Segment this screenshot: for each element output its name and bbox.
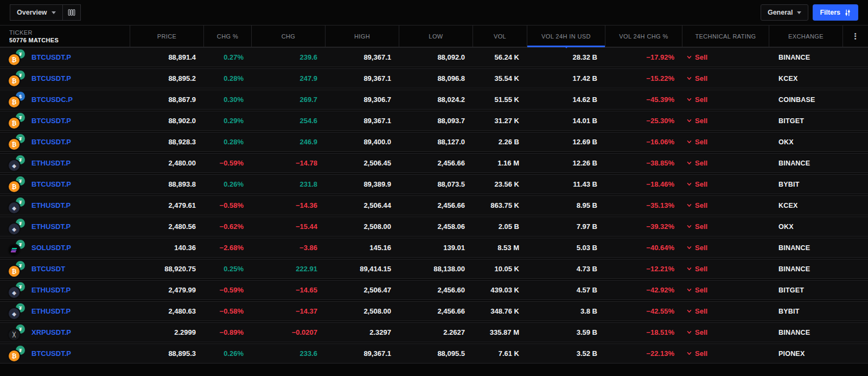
exchange-cell: BINANCE: [769, 329, 843, 336]
column-header-exchange[interactable]: EXCHANGE: [769, 26, 843, 47]
ticker-link[interactable]: ETHUSDT.P: [31, 307, 71, 315]
coin-pair-icon: [9, 113, 25, 129]
column-header-price[interactable]: PRICE: [130, 26, 204, 47]
ticker-link[interactable]: BTCUSDT.P: [31, 53, 71, 61]
chg-pct-cell: 0.30%: [204, 95, 252, 104]
ticker-cell: BTCUSDC.P: [0, 92, 130, 107]
column-menu-cell[interactable]: ⋮: [843, 26, 868, 47]
table-row[interactable]: SOLUSDT.P 140.36 −2.68% −3.86 145.16 139…: [0, 238, 868, 258]
table-row[interactable]: BTCUSDT.P 88,895.2 0.28% 247.9 89,367.1 …: [0, 68, 868, 88]
table-row[interactable]: ETHUSDT.P 2,480.56 −0.62% −15.44 2,508.0…: [0, 216, 868, 237]
ticker-link[interactable]: BTCUSDC.P: [31, 95, 73, 104]
table-row[interactable]: ETHUSDT.P 2,480.63 −0.58% −14.37 2,508.0…: [0, 301, 868, 321]
rating-label: Sell: [695, 159, 707, 167]
price-cell: 140.36: [130, 244, 204, 252]
chg-pct-cell: 0.25%: [204, 265, 252, 273]
chg-cell: −14.65: [252, 286, 326, 294]
ticker-cell: ETHUSDT.P: [0, 303, 130, 319]
coin-pair-icon: [9, 176, 25, 192]
overview-dropdown[interactable]: Overview: [10, 4, 63, 21]
ticker-cell: BTCUSDT: [0, 261, 130, 277]
table-row[interactable]: BTCUSDT.P 88,891.4 0.27% 239.6 89,367.1 …: [0, 47, 868, 67]
table-row[interactable]: BTCUSDC.P 88,867.9 0.30% 269.7 89,306.7 …: [0, 90, 868, 110]
sell-chevron-down-icon: [686, 266, 692, 272]
ticker-cell: BTCUSDT.P: [0, 176, 130, 192]
price-cell: 2,479.99: [130, 286, 204, 294]
ticker-link[interactable]: BTCUSDT: [31, 265, 65, 273]
technical-rating-cell: Sell: [682, 117, 769, 125]
columns-layout-button[interactable]: [62, 4, 81, 21]
vol-24h-chg-cell: −38.85%: [605, 159, 682, 167]
rating-label: Sell: [695, 265, 707, 273]
table-row[interactable]: BTCUSDT.P 88,928.3 0.28% 246.9 89,400.0 …: [0, 132, 868, 152]
rating-label: Sell: [695, 244, 707, 252]
ticker-link[interactable]: BTCUSDT.P: [31, 74, 71, 82]
column-header-vol-24h-chg-[interactable]: VOL 24H CHG %: [605, 26, 682, 47]
chg-pct-cell: 0.27%: [204, 53, 252, 61]
column-header-vol-24h-in-usd[interactable]: VOL 24H IN USD: [527, 26, 605, 47]
table-row[interactable]: BTCUSDT.P 88,893.8 0.26% 231.8 89,389.9 …: [0, 174, 868, 194]
chg-pct-cell: −0.58%: [204, 201, 252, 209]
ticker-link[interactable]: BTCUSDT.P: [31, 138, 71, 146]
ticker-link[interactable]: BTCUSDT.P: [31, 117, 71, 125]
chg-pct-cell: 0.28%: [204, 74, 252, 82]
filter-sliders-icon: [844, 9, 851, 16]
general-dropdown[interactable]: General: [761, 4, 809, 21]
ticker-link[interactable]: BTCUSDT.P: [31, 180, 71, 188]
ticker-link[interactable]: ETHUSDT.P: [31, 159, 71, 167]
sell-chevron-down-icon: [686, 202, 692, 208]
base-coin-icon: [9, 266, 20, 277]
technical-rating-cell: Sell: [682, 138, 769, 146]
high-cell: 2,508.00: [326, 222, 399, 231]
low-cell: 2,456.60: [399, 286, 473, 294]
price-cell: 88,902.0: [130, 117, 204, 125]
sell-chevron-down-icon: [686, 54, 692, 60]
rating-label: Sell: [695, 74, 707, 82]
column-header-chg-[interactable]: CHG %: [204, 26, 252, 47]
table-row[interactable]: ETHUSDT.P 2,479.61 −0.58% −14.36 2,506.4…: [0, 195, 868, 215]
chg-pct-cell: 0.29%: [204, 117, 252, 125]
column-header-vol[interactable]: VOL: [473, 26, 527, 47]
ticker-link[interactable]: SOLUSDT.P: [31, 244, 71, 252]
high-cell: 2,508.00: [326, 307, 399, 315]
high-cell: 2,506.44: [326, 201, 399, 209]
rating-label: Sell: [695, 138, 707, 146]
exchange-cell: KCEX: [769, 202, 843, 209]
vol-cell: 23.56 K: [473, 180, 527, 188]
ticker-cell: SOLUSDT.P: [0, 240, 130, 256]
ticker-link[interactable]: ETHUSDT.P: [31, 201, 71, 209]
rating-label: Sell: [695, 286, 707, 294]
column-header-chg[interactable]: CHG: [252, 26, 326, 47]
ticker-link[interactable]: ETHUSDT.P: [31, 286, 71, 294]
low-cell: 2,456.66: [399, 201, 473, 209]
sell-chevron-down-icon: [686, 350, 692, 356]
table-row[interactable]: BTCUSDT.P 88,902.0 0.29% 254.6 89,367.1 …: [0, 111, 868, 131]
sell-chevron-down-icon: [686, 224, 692, 230]
table-row[interactable]: XRPUSDT.P 2.2999 −0.89% −0.0207 2.3297 2…: [0, 322, 868, 342]
column-header-ticker[interactable]: TICKER 50776 MATCHES: [0, 26, 130, 47]
table-body: BTCUSDT.P 88,891.4 0.27% 239.6 89,367.1 …: [0, 47, 868, 364]
ticker-link[interactable]: BTCUSDT.P: [31, 349, 71, 358]
chg-cell: −14.37: [252, 307, 326, 315]
filters-button[interactable]: Filters: [813, 4, 858, 21]
low-cell: 88,096.8: [399, 74, 473, 82]
column-header-technical-rating[interactable]: TECHNICAL RATING: [682, 26, 769, 47]
chg-pct-cell: −0.62%: [204, 222, 252, 231]
sell-chevron-down-icon: [686, 181, 692, 187]
technical-rating-cell: Sell: [682, 349, 769, 358]
chg-cell: −14.78: [252, 159, 326, 167]
low-cell: 139.01: [399, 244, 473, 252]
price-cell: 88,928.3: [130, 138, 204, 146]
ticker-link[interactable]: ETHUSDT.P: [31, 222, 71, 231]
column-header-high[interactable]: HIGH: [326, 26, 399, 47]
ticker-cell: XRPUSDT.P: [0, 324, 130, 340]
table-row[interactable]: BTCUSDT 88,920.75 0.25% 222.91 89,414.15…: [0, 259, 868, 279]
table-row[interactable]: BTCUSDT.P 88,895.3 0.26% 233.6 89,367.1 …: [0, 343, 868, 364]
chg-cell: −3.86: [252, 244, 326, 252]
ticker-link[interactable]: XRPUSDT.P: [31, 328, 71, 336]
exchange-cell: BITGET: [769, 117, 843, 125]
table-row[interactable]: ETHUSDT.P 2,479.99 −0.59% −14.65 2,506.4…: [0, 280, 868, 300]
column-header-low[interactable]: LOW: [399, 26, 473, 47]
base-coin-icon: [9, 287, 20, 298]
table-row[interactable]: ETHUSDT.P 2,480.00 −0.59% −14.78 2,506.4…: [0, 153, 868, 173]
